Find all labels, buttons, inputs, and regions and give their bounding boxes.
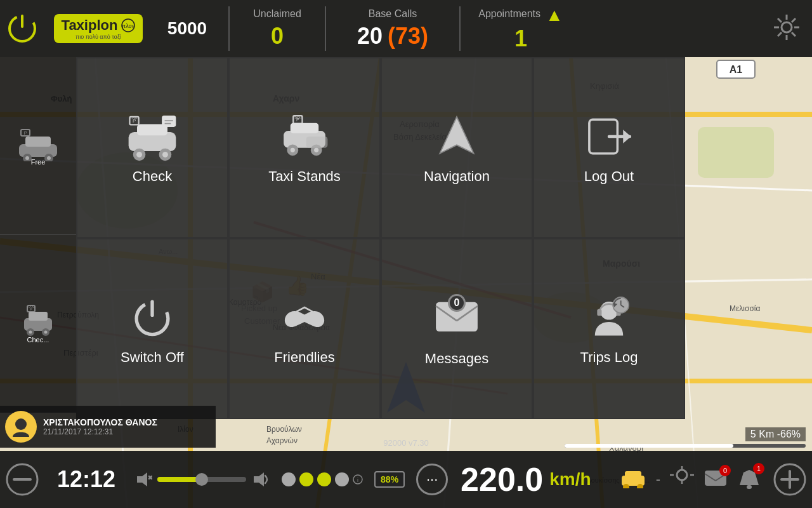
location-button[interactable] [670,466,694,493]
user-info: ΧΡΙΣΤΑΚΟΠΟΥΛΟΣ ΘΑΝΟΣ 21/11/2017 12:12:31 [0,406,216,448]
base-calls-extra: (73) [388,23,428,50]
menu-messages-button[interactable]: 0 Messages [381,238,533,419]
taxi-status-icon[interactable] [620,468,646,491]
left-panel-check[interactable]: P TAXI Chec... [0,235,76,413]
app-logo: Taxiplon πλον πιο πολύ από ταξί [48,6,149,51]
volume-mute-icon [134,471,152,488]
svg-point-91 [291,147,295,152]
messages-bottom-button[interactable]: 0 [704,468,728,491]
menu-friendlies-label: Friendlies [274,349,334,366]
svg-point-110 [15,418,27,430]
time-display: 12:12 [57,466,115,493]
svg-text:Μελισσία: Μελισσία [730,304,760,313]
menu-check-button[interactable]: P TAXI Check [76,57,228,238]
svg-rect-120 [625,471,641,478]
menu-friendlies-button[interactable]: Friendlies [228,238,381,419]
svg-text:Αχαρνών: Αχαρνών [266,436,298,445]
svg-point-62 [47,156,51,160]
divider-1 [228,6,230,51]
svg-marker-97 [623,130,631,143]
distance-value: 5 Km -66% [750,429,801,439]
main-menu: P TAXI Check P TAXI Tax [76,57,685,419]
distance-fill [565,444,733,448]
distance-track [565,444,806,448]
base-calls-value: 20 [357,23,383,50]
top-bar: Taxiplon πλον πιο πολύ από ταξί 5000 Unc… [0,0,812,57]
settings-button[interactable] [771,11,802,46]
svg-point-70 [29,330,32,333]
notifications-button[interactable]: 1 [737,466,761,493]
svg-rect-93 [306,137,328,148]
menu-messages-label: Messages [425,351,488,367]
menu-navigation-button[interactable]: Navigation [381,57,533,238]
svg-text:TAXI: TAXI [294,115,301,119]
distance-bar: 5 Km -66% [495,427,812,448]
power-button[interactable] [0,0,44,57]
battery-indicator: 88% [374,471,405,488]
score-value: 5000 [167,18,207,39]
menu-taxistands-button[interactable]: P TAXI Taxi Stands [228,57,381,238]
svg-text:TAXI: TAXI [28,305,35,309]
left-taxi-label: Free [31,158,46,166]
svg-rect-132 [747,485,752,489]
speed-display: 220.0 [461,460,543,498]
svg-rect-3 [698,127,774,178]
version-info: 92000 v7.30 [383,438,429,448]
menu-logout-label: Log Out [584,168,634,185]
unclaimed-section: Unclaimed 0 [239,8,315,50]
menu-switchoff-button[interactable]: Switch Off [76,238,228,419]
svg-rect-104 [597,309,601,316]
notifications-badge: 1 [753,463,764,474]
unclaimed-label: Unclaimed [253,8,301,20]
svg-text:Βρυούλων: Βρυούλων [266,425,302,434]
left-panel: P Free P TAXI Chec... [0,57,76,413]
base-calls-label: Base Calls [369,8,417,20]
svg-rect-88 [291,123,318,133]
svg-text:TAXI: TAXI [130,115,139,119]
menu-tripslog-button[interactable]: Trips Log [533,238,685,419]
menu-switchoff-label: Switch Off [121,349,184,366]
more-button[interactable]: ··· [416,464,448,495]
unclaimed-value: 0 [271,23,284,50]
appointments-section: Appointments ▲ 1 [470,5,572,52]
svg-point-71 [44,330,48,333]
appointments-arrow: ▲ [546,5,563,25]
svg-point-92 [314,147,318,152]
svg-point-80 [162,152,168,157]
user-date: 21/11/2017 12:12:31 [43,427,211,436]
user-details: ΧΡΙΣΤΑΚΟΠΟΥΛΟΣ ΘΑΝΟΣ 21/11/2017 12:12:31 [43,417,211,436]
svg-point-123 [677,470,687,480]
svg-point-61 [25,156,29,160]
svg-text:P: P [24,131,27,135]
menu-navigation-label: Navigation [424,168,490,185]
separator-dash: - [656,471,660,488]
minus-button[interactable] [0,451,44,508]
menu-tripslog-label: Trips Log [580,349,638,366]
svg-text:i: i [357,477,358,483]
menu-taxistands-label: Taxi Stands [268,168,341,185]
svg-rect-67 [29,312,48,321]
left-check-label: Chec... [27,336,49,344]
menu-check-label: Check [133,168,172,185]
signal-dots: i [282,472,363,486]
svg-marker-94 [440,116,473,153]
svg-line-51 [778,18,782,22]
base-calls-section: Base Calls 20 (73) [336,8,450,50]
volume-bar[interactable] [157,477,246,482]
messages-badge: 0 [454,297,460,309]
speed-unit: km/h [549,469,591,490]
distance-text: 5 Km -66% [745,427,806,441]
svg-point-79 [136,152,142,157]
svg-line-54 [778,32,782,36]
volume-area [134,471,269,488]
user-name: ΧΡΙΣΤΑΚΟΠΟΥΛΟΣ ΘΑΝΟΣ [43,417,211,427]
divider-3 [459,6,461,51]
left-panel-taxi[interactable]: P Free [0,57,76,235]
menu-logout-button[interactable]: Log Out [533,57,685,238]
svg-point-46 [782,22,792,32]
svg-marker-116 [254,472,264,486]
signal-dot-4 [335,472,349,486]
volume-knob [195,473,208,486]
plus-button[interactable] [768,451,812,508]
signal-dot-2 [299,472,313,486]
